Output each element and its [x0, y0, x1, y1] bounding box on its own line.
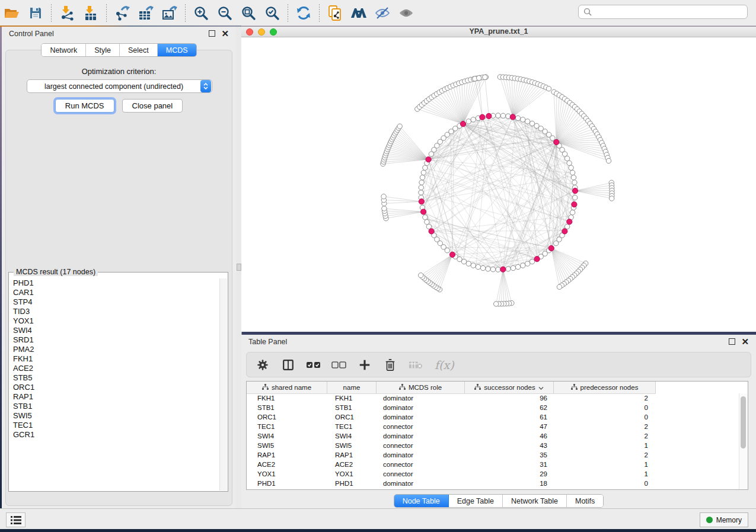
network-node[interactable] — [610, 196, 614, 201]
network-node[interactable] — [554, 241, 559, 246]
network-node[interactable] — [494, 302, 499, 306]
mcds-result-item[interactable]: SWI5 — [13, 411, 220, 421]
export-image-icon[interactable] — [158, 2, 181, 24]
mcds-result-item[interactable]: STB1 — [13, 402, 220, 411]
mcds-result-item[interactable]: CAR1 — [13, 288, 220, 297]
mcds-result-item[interactable]: PMA2 — [13, 345, 220, 354]
import-table-icon[interactable] — [79, 2, 103, 24]
criterion-dropdown[interactable]: largest connected component (undirected) — [27, 79, 212, 93]
network-graph[interactable] — [241, 37, 756, 332]
mcds-result-item[interactable]: STB5 — [13, 373, 220, 383]
zoom-in-icon[interactable] — [189, 2, 213, 24]
mcds-result-item[interactable]: TID3 — [13, 307, 220, 316]
float-table-panel-icon[interactable] — [729, 338, 735, 345]
mcds-node[interactable] — [429, 229, 434, 234]
network-node[interactable] — [477, 76, 481, 81]
mcds-node[interactable] — [562, 229, 567, 234]
mcds-result-item[interactable]: RAP1 — [13, 392, 220, 402]
network-node[interactable] — [569, 165, 573, 170]
network-node[interactable] — [483, 75, 487, 79]
show-columns-icon[interactable] — [280, 357, 296, 373]
table-scrollbar[interactable] — [739, 393, 748, 489]
mcds-result-item[interactable]: SWI4 — [13, 326, 220, 335]
export-table-icon[interactable] — [134, 2, 158, 24]
table-tab-motifs[interactable]: Motifs — [567, 495, 603, 507]
network-node[interactable] — [557, 284, 562, 289]
search-input[interactable] — [578, 5, 748, 19]
mcds-node[interactable] — [421, 209, 426, 214]
network-node[interactable] — [423, 165, 428, 170]
network-node[interactable] — [606, 158, 611, 163]
column-header-successor-nodes[interactable]: successor nodes — [465, 382, 554, 393]
mcds-result-item[interactable]: ACE2 — [13, 364, 220, 373]
network-node[interactable] — [573, 195, 578, 200]
table-row[interactable]: PHD1PHD1dominator180 — [247, 479, 739, 488]
network-node[interactable] — [529, 259, 534, 264]
memory-button[interactable]: Memory — [700, 512, 748, 527]
table-row[interactable]: RAP1RAP1dominator352 — [247, 450, 739, 460]
float-panel-icon[interactable] — [209, 30, 215, 37]
column-header-predecessor-nodes[interactable]: predecessor nodes — [554, 382, 656, 393]
mcds-result-item[interactable]: STP4 — [13, 297, 220, 307]
mcds-result-item[interactable]: ORC1 — [13, 383, 220, 392]
open-file-icon[interactable] — [0, 2, 24, 24]
table-row[interactable]: SWI5SWI5connector431 — [247, 441, 739, 450]
search-field[interactable] — [595, 7, 747, 17]
network-node[interactable] — [423, 215, 428, 220]
network-node[interactable] — [466, 119, 471, 124]
add-column-icon[interactable] — [357, 357, 372, 373]
network-node[interactable] — [476, 264, 480, 269]
run-mcds-button[interactable]: Run MCDS — [55, 99, 114, 113]
close-panel-button[interactable]: Close panel — [122, 99, 183, 113]
minimize-window-icon[interactable] — [258, 28, 265, 36]
delete-column-icon[interactable] — [382, 357, 398, 373]
copy-network-icon[interactable] — [323, 2, 347, 24]
table-scrollbar-thumb[interactable] — [741, 396, 746, 448]
network-node[interactable] — [471, 117, 476, 122]
mcds-node[interactable] — [534, 257, 540, 262]
refresh-icon[interactable] — [292, 2, 315, 24]
mcds-node[interactable] — [449, 252, 455, 257]
select-all-icon[interactable] — [306, 357, 321, 373]
network-node[interactable] — [466, 261, 471, 266]
network-node[interactable] — [521, 117, 525, 122]
network-node[interactable] — [419, 185, 423, 190]
network-node[interactable] — [572, 180, 577, 185]
network-node[interactable] — [571, 175, 576, 180]
column-header-shared-name[interactable]: shared name — [247, 382, 327, 393]
table-row[interactable]: ACE2ACE2connector311 — [247, 460, 739, 469]
tab-mcds[interactable]: MCDS — [158, 44, 196, 56]
network-node[interactable] — [419, 180, 424, 185]
mcds-node[interactable] — [510, 114, 515, 120]
table-row[interactable]: STB1STB1dominator620 — [247, 403, 739, 412]
network-node[interactable] — [567, 161, 572, 165]
network-node[interactable] — [515, 264, 520, 269]
network-node[interactable] — [381, 194, 386, 199]
tab-network[interactable]: Network — [42, 44, 86, 56]
mcds-node[interactable] — [548, 245, 554, 251]
mcds-node[interactable] — [572, 188, 578, 194]
network-node[interactable] — [421, 170, 426, 175]
network-node[interactable] — [564, 156, 569, 161]
mcds-node[interactable] — [419, 199, 424, 204]
network-node[interactable] — [546, 86, 551, 91]
table-tab-network-table[interactable]: Network Table — [503, 495, 567, 507]
mcds-result-item[interactable]: YOX1 — [13, 316, 220, 326]
table-row[interactable]: ORC1ORC1dominator610 — [247, 412, 739, 422]
network-node[interactable] — [419, 273, 423, 278]
zoom-selected-icon[interactable] — [260, 2, 284, 24]
splitter-grip[interactable] — [237, 264, 241, 271]
mcds-node[interactable] — [500, 267, 506, 272]
network-node[interactable] — [570, 210, 575, 214]
network-node[interactable] — [425, 220, 429, 225]
tab-style[interactable]: Style — [86, 44, 120, 56]
table-row[interactable]: YOX1YOX1connector291 — [247, 469, 739, 479]
close-panel-icon[interactable]: ✕ — [221, 31, 229, 36]
network-node[interactable] — [511, 265, 515, 270]
close-window-icon[interactable] — [246, 28, 253, 36]
mcds-list-scrollbar[interactable] — [219, 278, 227, 491]
table-row[interactable]: FKH1FKH1dominator962 — [247, 393, 739, 403]
network-node[interactable] — [420, 175, 425, 180]
mcds-node[interactable] — [554, 139, 559, 145]
network-node[interactable] — [496, 113, 500, 118]
